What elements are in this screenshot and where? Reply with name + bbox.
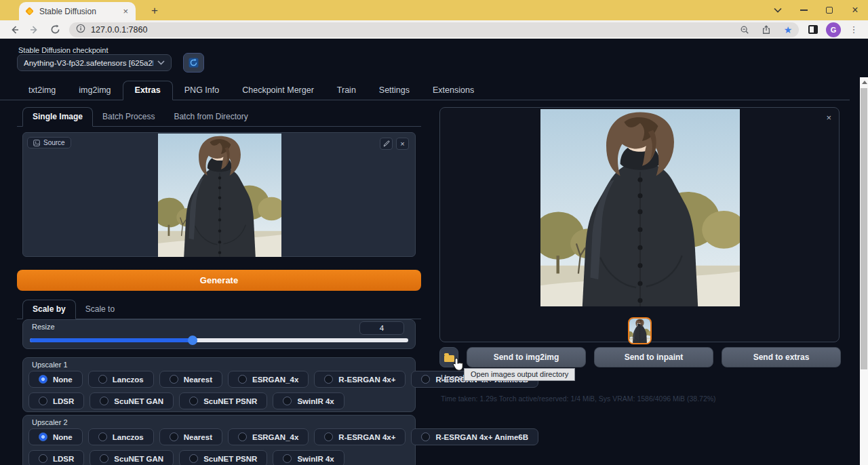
upscaler1-option-nearest[interactable]: Nearest (159, 371, 222, 388)
reload-button[interactable] (46, 22, 64, 38)
side-panel-icon[interactable] (804, 22, 822, 38)
upscaler1-option-swinir4x[interactable]: SwinIR 4x (273, 392, 344, 409)
subtab-batch-from-directory[interactable]: Batch from Directory (164, 108, 257, 126)
tab-close-icon[interactable]: × (121, 6, 130, 16)
upscaler2-option-nearest[interactable]: Nearest (159, 428, 222, 445)
tab-checkpoint-merger[interactable]: Checkpoint Merger (231, 81, 326, 100)
resize-value-input[interactable]: 4 (359, 321, 404, 335)
tab-png-info[interactable]: PNG Info (173, 81, 231, 100)
clear-image-button[interactable]: × (396, 138, 409, 150)
browser-menu-icon[interactable]: ⋮ (845, 22, 863, 38)
resize-slider-block: Resize 4 (22, 319, 416, 349)
back-button[interactable] (5, 22, 23, 38)
radio-icon (170, 375, 178, 384)
checkpoint-label: Stable Diffusion checkpoint (18, 46, 108, 54)
tab-scale-to[interactable]: Scale to (76, 300, 124, 319)
radio-icon (189, 454, 198, 463)
thumbnail-image (629, 319, 650, 343)
gallery-close-icon[interactable]: × (826, 113, 831, 123)
generate-button[interactable]: Generate (17, 270, 421, 291)
tab-search-chevron-icon[interactable] (765, 0, 791, 20)
tab-extensions[interactable]: Extensions (421, 81, 486, 100)
zoom-icon[interactable] (736, 23, 753, 37)
subtab-batch-process[interactable]: Batch Process (93, 108, 164, 126)
share-icon[interactable] (758, 23, 774, 37)
address-bar[interactable]: 127.0.0.1:7860 ★ (69, 22, 799, 37)
tab-train[interactable]: Train (326, 81, 368, 100)
mouse-cursor-pointer (452, 357, 465, 372)
upscaler1-option-none[interactable]: None (28, 371, 83, 388)
tab-scale-by[interactable]: Scale by (22, 300, 76, 319)
site-info-icon[interactable] (76, 24, 85, 36)
forward-button[interactable] (26, 22, 43, 38)
radio-icon (100, 397, 108, 405)
chevron-down-icon (157, 60, 165, 65)
upscaler2-option-ldsr[interactable]: LDSR (28, 450, 84, 465)
tab-settings[interactable]: Settings (368, 81, 421, 100)
resize-label: Resize (32, 323, 55, 331)
upscaler2-option-none[interactable]: None (28, 428, 83, 445)
page-scrollbar[interactable] (860, 77, 868, 465)
bookmark-star-icon[interactable]: ★ (780, 23, 796, 37)
tab-txt2img[interactable]: txt2img (17, 81, 67, 100)
source-tag: Source (27, 137, 71, 148)
checkpoint-value: Anything-V3-fp32.safetensors [625a2ba2] (24, 59, 153, 67)
slider-fill (30, 338, 193, 342)
scrollbar-thumb[interactable] (861, 88, 867, 369)
refresh-checkpoints-button[interactable] (183, 53, 204, 73)
send-to-inpaint-button[interactable]: Send to inpaint (594, 347, 713, 367)
upscaler1-option-lanczos[interactable]: Lanczos (88, 371, 154, 388)
radio-icon (324, 432, 333, 441)
upscaler1-option-scunet-psnr[interactable]: ScuNET PSNR (179, 392, 267, 409)
upscaler2-option-esrgan4x[interactable]: ESRGAN_4x (228, 428, 309, 445)
radio-icon (189, 397, 198, 405)
image-icon (33, 140, 40, 146)
checkpoint-dropdown[interactable]: Anything-V3-fp32.safetensors [625a2ba2] (17, 54, 172, 71)
browser-tab[interactable]: Stable Diffusion × (19, 2, 136, 20)
resize-slider[interactable] (30, 338, 408, 342)
tab-extras[interactable]: Extras (123, 81, 173, 100)
profile-avatar[interactable]: G (825, 22, 842, 38)
performance-info-text: Time taken: 1.29s Torch active/reserved:… (441, 395, 716, 403)
upscaler2-block: Upscaler 2 None Lanczos Nearest ESRGAN_4… (22, 415, 416, 465)
extras-right-column: × Send to img2img Send to inpaint Send t… (439, 99, 841, 465)
send-to-extras-button[interactable]: Send to extras (722, 347, 841, 367)
radio-icon (39, 375, 47, 384)
gallery-thumbnail-selected[interactable] (628, 317, 652, 344)
upscaler2-option-scunet-gan[interactable]: ScuNET GAN (90, 450, 174, 465)
upscaler1-option-esrgan4x[interactable]: ESRGAN_4x (228, 371, 309, 388)
slider-handle[interactable] (188, 336, 197, 345)
subtab-single-image[interactable]: Single Image (22, 107, 93, 127)
output-image[interactable] (540, 109, 740, 306)
upscaler2-option-swinir4x[interactable]: SwinIR 4x (273, 450, 344, 465)
upscaler1-option-resrgan4x[interactable]: R-ESRGAN 4x+ (314, 371, 406, 388)
upscaler1-option-ldsr[interactable]: LDSR (28, 392, 84, 409)
source-label: Source (43, 139, 65, 146)
upscaler2-option-scunet-psnr[interactable]: ScuNET PSNR (179, 450, 267, 465)
radio-icon (238, 375, 247, 384)
browser-toolbar: 127.0.0.1:7860 ★ G ⋮ (0, 20, 868, 39)
source-image-dropzone[interactable]: Source × (22, 132, 416, 257)
source-image (158, 134, 281, 257)
upscaler1-option-scunet-gan[interactable]: ScuNET GAN (90, 392, 174, 409)
maximize-button[interactable] (816, 0, 842, 20)
scrollbar-up-arrow[interactable] (862, 81, 867, 84)
upscaler2-option-lanczos[interactable]: Lanczos (88, 428, 154, 445)
radio-icon (238, 432, 247, 441)
new-tab-button[interactable]: + (146, 3, 163, 19)
edit-image-button[interactable] (380, 138, 393, 150)
upscaler2-option-resrgan4x[interactable]: R-ESRGAN 4x+ (314, 428, 406, 445)
radio-icon (283, 454, 292, 463)
window-controls: × (765, 0, 868, 20)
upscaler2-label: Upscaler 2 (32, 418, 68, 426)
image-tool-buttons: × (380, 138, 409, 150)
send-to-img2img-button[interactable]: Send to img2img (467, 347, 586, 367)
window-close-button[interactable]: × (842, 0, 868, 20)
radio-icon (170, 432, 178, 441)
tab-img2img[interactable]: img2img (67, 81, 122, 100)
browser-tab-title: Stable Diffusion (39, 7, 116, 16)
radio-icon (98, 375, 107, 384)
minimize-button[interactable] (791, 0, 816, 20)
upscaler1-row2: LDSR ScuNET GAN ScuNET PSNR SwinIR 4x (28, 392, 410, 409)
url-text[interactable]: 127.0.0.1:7860 (91, 25, 731, 35)
